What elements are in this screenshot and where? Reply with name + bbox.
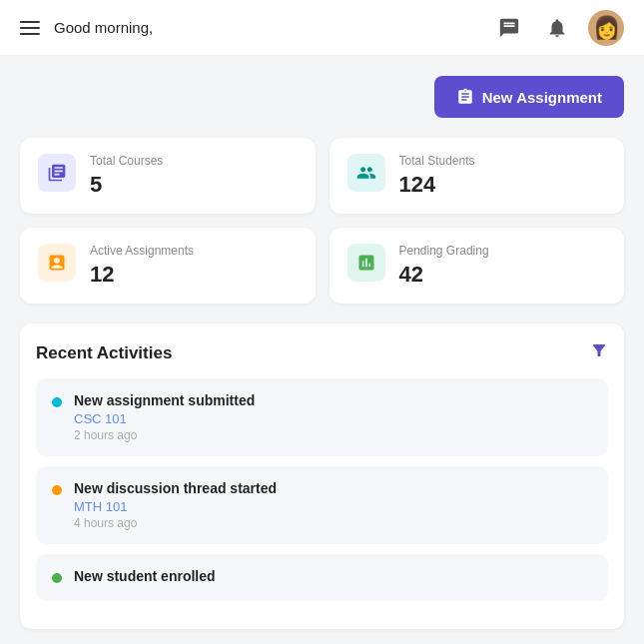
header-right: 👩 [492,10,624,46]
main-content: New Assignment Total Courses 5 [0,56,644,629]
new-assignment-button[interactable]: New Assignment [434,76,624,118]
toolbar-row: New Assignment [20,76,624,138]
courses-icon [47,163,67,183]
section-header: Recent Activities [36,341,608,364]
clipboard-icon [456,88,474,106]
activity-course-1: MTH 101 [74,499,277,514]
students-icon [356,163,376,183]
recent-activities-section: Recent Activities New assignment submitt… [20,323,624,629]
menu-button[interactable] [20,21,40,35]
activity-title-0: New assignment submitted [74,392,255,408]
activity-course-0: CSC 101 [74,411,255,426]
greeting-text: Good morning, [54,19,153,36]
students-info: Total Students 124 [399,154,475,198]
grading-label: Pending Grading [399,244,489,258]
chat-icon [498,17,520,39]
courses-label: Total Courses [90,154,163,168]
activity-time-1: 4 hours ago [74,516,277,530]
stat-card-students: Total Students 124 [329,138,625,214]
assignments-label: Active Assignments [90,244,194,258]
grading-icon [356,253,376,273]
courses-value: 5 [90,172,163,198]
bell-icon [546,17,568,39]
assignments-value: 12 [90,262,194,288]
section-title: Recent Activities [36,343,172,363]
grading-info: Pending Grading 42 [399,244,489,288]
activity-item-0: New assignment submitted CSC 101 2 hours… [36,378,608,456]
stat-card-grading: Pending Grading 42 [329,228,625,304]
filter-icon [590,341,608,359]
courses-icon-container [38,154,76,192]
chat-button[interactable] [492,11,526,45]
students-icon-container [347,154,385,192]
filter-button[interactable] [590,341,608,364]
activity-dot-1 [52,485,62,495]
activity-time-0: 2 hours ago [74,428,255,442]
activity-dot-0 [52,397,62,407]
students-label: Total Students [399,154,475,168]
activity-dot-2 [52,573,62,583]
bell-button[interactable] [540,11,574,45]
assignments-icon [47,253,67,273]
activity-body-1: New discussion thread started MTH 101 4 … [74,480,277,530]
header: Good morning, 👩 [0,0,644,56]
activity-item-2: New student enrolled [36,554,608,601]
assignments-info: Active Assignments 12 [90,244,194,288]
activity-title-1: New discussion thread started [74,480,277,496]
grading-icon-container [347,244,385,282]
students-value: 124 [399,172,475,198]
avatar[interactable]: 👩 [588,10,624,46]
stats-grid: Total Courses 5 Total Students 124 [20,138,624,304]
assignments-icon-container [38,244,76,282]
grading-value: 42 [399,262,489,288]
activity-body-0: New assignment submitted CSC 101 2 hours… [74,392,255,442]
courses-info: Total Courses 5 [90,154,163,198]
stat-card-courses: Total Courses 5 [20,138,316,214]
stat-card-assignments: Active Assignments 12 [20,228,316,304]
activity-body-2: New student enrolled [74,568,216,587]
header-left: Good morning, [20,19,153,36]
activity-item-1: New discussion thread started MTH 101 4 … [36,466,608,544]
activity-title-2: New student enrolled [74,568,216,584]
